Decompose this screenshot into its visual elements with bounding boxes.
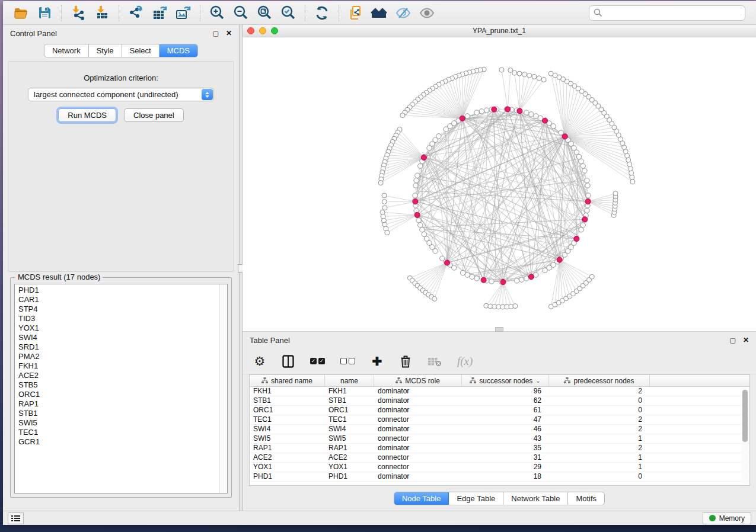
- tab-network-table[interactable]: Network Table: [503, 492, 568, 505]
- mcds-result-item[interactable]: TEC1: [18, 428, 227, 437]
- mcds-result-item[interactable]: TID3: [18, 314, 227, 323]
- import-table-icon[interactable]: [90, 4, 114, 23]
- table-scrollbar-thumb[interactable]: [742, 390, 748, 442]
- export-network-icon[interactable]: [124, 4, 148, 23]
- toolbar-separator: [119, 5, 119, 21]
- add-column-icon[interactable]: ✚: [371, 354, 384, 369]
- tab-style[interactable]: Style: [89, 44, 122, 57]
- table-cell: 2: [549, 415, 650, 424]
- show-all-icon[interactable]: [415, 4, 439, 23]
- select-all-rows-icon[interactable]: ✓✓: [310, 354, 325, 369]
- list-scrollbar[interactable]: [219, 284, 227, 493]
- mcds-result-item[interactable]: STP4: [18, 305, 227, 314]
- mcds-result-list[interactable]: PHD1CAR1STP4TID3YOX1SWI4SRD1PMA2FKH1ACE2…: [14, 284, 228, 493]
- table-cell: 0: [549, 472, 650, 481]
- close-panel-button[interactable]: Close panel: [124, 108, 184, 122]
- mcds-result-item[interactable]: SRD1: [18, 342, 227, 352]
- refresh-icon[interactable]: [310, 4, 334, 23]
- close-panel-icon[interactable]: ✕: [226, 30, 232, 37]
- search-field[interactable]: [589, 5, 745, 21]
- table-row[interactable]: PHD1PHD1dominator180: [250, 472, 749, 482]
- network-graph[interactable]: [243, 37, 756, 331]
- mcds-result-item[interactable]: PHD1: [18, 286, 227, 295]
- mcds-result-item[interactable]: CAR1: [18, 295, 227, 305]
- mcds-result-item[interactable]: GCR1: [18, 437, 227, 447]
- criterion-dropdown[interactable]: largest connected component (undirected)…: [28, 88, 214, 101]
- horizontal-splitter-grip[interactable]: [495, 327, 503, 332]
- tab-mcds[interactable]: MCDS: [160, 44, 197, 57]
- control-panel-tabs: NetworkStyleSelectMCDS: [44, 44, 198, 57]
- status-bar: Memory: [3, 511, 756, 525]
- show-columns-icon[interactable]: [282, 354, 295, 369]
- column-header-predecessor-nodes[interactable]: predecessor nodes: [549, 375, 650, 386]
- table-cell: 29: [462, 463, 549, 472]
- column-header-successor-nodes[interactable]: successor nodes⌄: [462, 375, 549, 386]
- mcds-result-item[interactable]: STB1: [18, 409, 227, 418]
- mcds-result-item[interactable]: ORC1: [18, 390, 227, 399]
- mcds-result-item[interactable]: SWI4: [18, 333, 227, 342]
- table-row[interactable]: TEC1TEC1connector472: [250, 415, 749, 425]
- zoom-out-icon[interactable]: [229, 4, 253, 23]
- network-canvas[interactable]: [243, 37, 756, 331]
- table-row[interactable]: SWI4SWI4dominator462: [250, 425, 749, 434]
- column-header-MCDS-role[interactable]: MCDS role: [374, 375, 462, 386]
- table-cell: TEC1: [325, 415, 374, 424]
- column-header-name[interactable]: name: [325, 375, 374, 386]
- search-input[interactable]: [605, 8, 741, 17]
- table-scrollbar[interactable]: [742, 387, 748, 484]
- tab-select[interactable]: Select: [122, 44, 160, 57]
- table-header-row: shared namenameMCDS rolesuccessor nodes⌄…: [250, 375, 749, 387]
- clone-network-icon[interactable]: [344, 4, 368, 23]
- mcds-result-item[interactable]: STB5: [18, 380, 227, 390]
- table-cell: STB1: [325, 396, 374, 405]
- table-row[interactable]: STB1STB1dominator620: [250, 396, 749, 406]
- mcds-result-item[interactable]: FKH1: [18, 361, 227, 371]
- memory-button[interactable]: Memory: [703, 512, 751, 524]
- toolbar-separator: [305, 5, 305, 21]
- network-window-title: YPA_prune.txt_1: [243, 27, 756, 35]
- tab-node-table[interactable]: Node Table: [394, 492, 449, 505]
- float-panel-icon[interactable]: ▢: [213, 30, 219, 37]
- table-cell: dominator: [374, 406, 462, 415]
- optimization-criterion-label: Optimization criterion:: [84, 73, 158, 82]
- table-row[interactable]: ACE2ACE2connector311: [250, 453, 749, 463]
- float-panel-icon[interactable]: ▢: [730, 337, 736, 344]
- mcds-result-item[interactable]: YOX1: [18, 323, 227, 333]
- close-panel-icon[interactable]: ✕: [743, 336, 749, 344]
- zoom-in-icon[interactable]: [205, 4, 229, 23]
- hide-selected-icon[interactable]: [391, 4, 415, 23]
- mcds-result-item[interactable]: RAP1: [18, 399, 227, 409]
- delete-column-icon[interactable]: [399, 354, 412, 369]
- export-image-icon[interactable]: [171, 4, 195, 23]
- deselect-all-rows-icon[interactable]: [340, 354, 355, 369]
- mcds-result-item[interactable]: PMA2: [18, 352, 227, 361]
- table-cell: 1: [549, 434, 650, 443]
- table-settings-icon[interactable]: ⚙: [253, 354, 266, 369]
- table-row[interactable]: FKH1FKH1dominator962: [250, 387, 749, 396]
- open-file-icon[interactable]: [9, 4, 33, 23]
- mcds-result-item[interactable]: ACE2: [18, 371, 227, 380]
- table-cell: PHD1: [325, 472, 374, 481]
- first-neighbors-icon[interactable]: [368, 4, 391, 23]
- zoom-fit-icon[interactable]: [253, 4, 276, 23]
- zoom-selected-icon[interactable]: [276, 4, 300, 23]
- column-header-shared-name[interactable]: shared name: [250, 375, 325, 386]
- run-mcds-button[interactable]: Run MCDS: [58, 108, 116, 122]
- table-cell: 2: [549, 425, 650, 434]
- tab-motifs[interactable]: Motifs: [568, 492, 604, 505]
- mcds-result-item[interactable]: SWI5: [18, 418, 227, 428]
- export-table-icon[interactable]: [148, 4, 171, 23]
- task-history-button[interactable]: [8, 512, 24, 524]
- network-view: YPA_prune.txt_1: [243, 25, 756, 332]
- import-network-icon[interactable]: [66, 4, 90, 23]
- table-row[interactable]: SWI5SWI5connector431: [250, 434, 749, 444]
- network-window-titlebar: YPA_prune.txt_1: [243, 25, 756, 37]
- table-cell: 61: [462, 406, 549, 415]
- table-row[interactable]: YOX1YOX1connector291: [250, 463, 749, 472]
- save-session-icon[interactable]: [33, 4, 56, 23]
- tab-network[interactable]: Network: [44, 44, 89, 57]
- table-row[interactable]: RAP1RAP1dominator352: [250, 444, 749, 453]
- table-row[interactable]: ORC1ORC1dominator610: [250, 406, 749, 415]
- tab-edge-table[interactable]: Edge Table: [449, 492, 503, 505]
- table-cell: connector: [374, 415, 462, 424]
